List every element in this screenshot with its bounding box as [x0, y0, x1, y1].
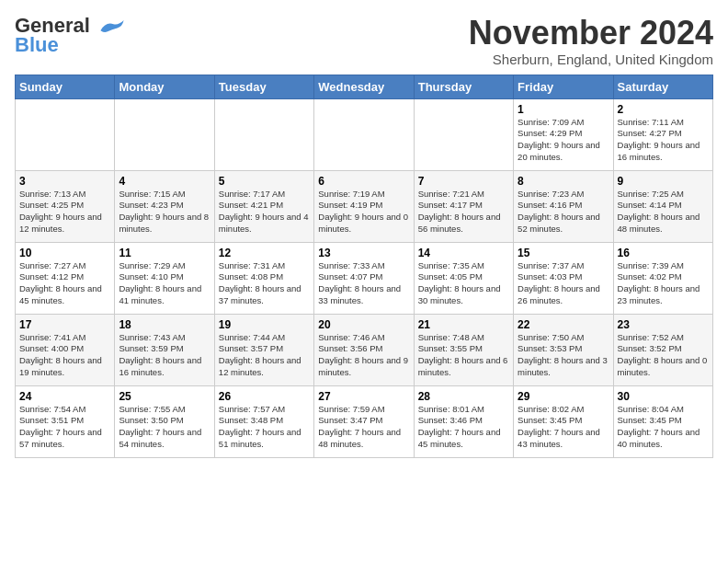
day-number: 14	[418, 247, 509, 259]
day-cell	[16, 98, 115, 170]
day-cell	[414, 98, 513, 170]
day-info: Sunrise: 7:43 AM Sunset: 3:59 PM Dayligh…	[119, 332, 210, 379]
day-number: 9	[618, 175, 709, 188]
day-number: 23	[618, 318, 709, 331]
day-info: Sunrise: 7:29 AM Sunset: 4:10 PM Dayligh…	[119, 260, 210, 307]
calendar: SundayMondayTuesdayWednesdayThursdayFrid…	[15, 75, 713, 458]
day-info: Sunrise: 7:15 AM Sunset: 4:23 PM Dayligh…	[119, 189, 210, 236]
day-cell: 18Sunrise: 7:43 AM Sunset: 3:59 PM Dayli…	[115, 314, 214, 385]
day-info: Sunrise: 7:54 AM Sunset: 3:51 PM Dayligh…	[19, 404, 110, 451]
day-info: Sunrise: 8:01 AM Sunset: 3:46 PM Dayligh…	[418, 404, 509, 451]
header-cell-monday: Monday	[115, 75, 214, 98]
day-number: 20	[318, 318, 409, 331]
day-cell: 4Sunrise: 7:15 AM Sunset: 4:23 PM Daylig…	[115, 170, 214, 242]
day-info: Sunrise: 7:19 AM Sunset: 4:19 PM Dayligh…	[318, 189, 409, 236]
day-info: Sunrise: 7:37 AM Sunset: 4:03 PM Dayligh…	[518, 260, 609, 307]
day-number: 3	[19, 175, 110, 188]
day-info: Sunrise: 7:50 AM Sunset: 3:53 PM Dayligh…	[518, 332, 609, 379]
header-cell-wednesday: Wednesday	[314, 75, 414, 98]
week-row-3: 17Sunrise: 7:41 AM Sunset: 4:00 PM Dayli…	[16, 314, 713, 385]
logo-bird-icon	[99, 18, 125, 35]
day-cell: 23Sunrise: 7:52 AM Sunset: 3:52 PM Dayli…	[613, 314, 712, 385]
day-info: Sunrise: 7:21 AM Sunset: 4:17 PM Dayligh…	[418, 189, 509, 236]
day-cell: 24Sunrise: 7:54 AM Sunset: 3:51 PM Dayli…	[16, 385, 115, 457]
day-info: Sunrise: 7:39 AM Sunset: 4:02 PM Dayligh…	[618, 260, 709, 307]
day-info: Sunrise: 7:09 AM Sunset: 4:29 PM Dayligh…	[518, 117, 609, 164]
day-info: Sunrise: 7:59 AM Sunset: 3:47 PM Dayligh…	[318, 404, 409, 451]
page: General Blue November 2024 Sherburn, Eng…	[0, 0, 728, 465]
day-cell	[115, 98, 214, 170]
day-cell: 11Sunrise: 7:29 AM Sunset: 4:10 PM Dayli…	[115, 242, 214, 314]
header-cell-tuesday: Tuesday	[214, 75, 313, 98]
logo: General Blue	[15, 15, 125, 57]
day-number: 11	[119, 247, 210, 259]
day-info: Sunrise: 7:23 AM Sunset: 4:16 PM Dayligh…	[518, 189, 609, 236]
day-number: 1	[518, 103, 609, 116]
day-number: 12	[219, 247, 310, 259]
header-cell-saturday: Saturday	[613, 75, 712, 98]
week-row-0: 1Sunrise: 7:09 AM Sunset: 4:29 PM Daylig…	[16, 98, 713, 170]
day-cell: 8Sunrise: 7:23 AM Sunset: 4:16 PM Daylig…	[514, 170, 613, 242]
day-cell: 1Sunrise: 7:09 AM Sunset: 4:29 PM Daylig…	[514, 98, 613, 170]
day-number: 7	[418, 175, 509, 188]
day-info: Sunrise: 7:48 AM Sunset: 3:55 PM Dayligh…	[418, 332, 509, 379]
day-number: 15	[518, 247, 609, 259]
day-info: Sunrise: 7:33 AM Sunset: 4:07 PM Dayligh…	[318, 260, 409, 307]
day-cell: 13Sunrise: 7:33 AM Sunset: 4:07 PM Dayli…	[314, 242, 414, 314]
day-info: Sunrise: 7:13 AM Sunset: 4:25 PM Dayligh…	[19, 189, 110, 236]
day-cell: 15Sunrise: 7:37 AM Sunset: 4:03 PM Dayli…	[514, 242, 613, 314]
day-cell: 29Sunrise: 8:02 AM Sunset: 3:45 PM Dayli…	[514, 385, 613, 457]
day-info: Sunrise: 7:46 AM Sunset: 3:56 PM Dayligh…	[318, 332, 409, 379]
day-number: 26	[219, 390, 310, 403]
day-cell: 21Sunrise: 7:48 AM Sunset: 3:55 PM Dayli…	[414, 314, 513, 385]
day-cell: 30Sunrise: 8:04 AM Sunset: 3:45 PM Dayli…	[613, 385, 712, 457]
calendar-body: 1Sunrise: 7:09 AM Sunset: 4:29 PM Daylig…	[16, 98, 713, 457]
day-cell: 28Sunrise: 8:01 AM Sunset: 3:46 PM Dayli…	[414, 385, 513, 457]
day-info: Sunrise: 7:55 AM Sunset: 3:50 PM Dayligh…	[119, 404, 210, 451]
day-cell: 5Sunrise: 7:17 AM Sunset: 4:21 PM Daylig…	[214, 170, 313, 242]
day-number: 30	[618, 390, 709, 403]
header-cell-thursday: Thursday	[414, 75, 513, 98]
day-info: Sunrise: 7:35 AM Sunset: 4:05 PM Dayligh…	[418, 260, 509, 307]
logo-blue: Blue	[15, 33, 59, 57]
day-info: Sunrise: 7:17 AM Sunset: 4:21 PM Dayligh…	[219, 189, 310, 236]
day-number: 22	[518, 318, 609, 331]
day-info: Sunrise: 7:41 AM Sunset: 4:00 PM Dayligh…	[19, 332, 110, 379]
header-cell-friday: Friday	[514, 75, 613, 98]
day-number: 2	[618, 103, 709, 116]
calendar-header: SundayMondayTuesdayWednesdayThursdayFrid…	[16, 75, 713, 98]
day-cell: 25Sunrise: 7:55 AM Sunset: 3:50 PM Dayli…	[115, 385, 214, 457]
day-number: 24	[19, 390, 110, 403]
day-cell: 3Sunrise: 7:13 AM Sunset: 4:25 PM Daylig…	[16, 170, 115, 242]
day-cell: 10Sunrise: 7:27 AM Sunset: 4:12 PM Dayli…	[16, 242, 115, 314]
week-row-1: 3Sunrise: 7:13 AM Sunset: 4:25 PM Daylig…	[16, 170, 713, 242]
day-number: 21	[418, 318, 509, 331]
day-number: 16	[618, 247, 709, 259]
day-cell: 26Sunrise: 7:57 AM Sunset: 3:48 PM Dayli…	[214, 385, 313, 457]
day-cell	[214, 98, 313, 170]
day-info: Sunrise: 8:04 AM Sunset: 3:45 PM Dayligh…	[618, 404, 709, 451]
day-number: 19	[219, 318, 310, 331]
day-cell	[314, 98, 414, 170]
day-cell: 7Sunrise: 7:21 AM Sunset: 4:17 PM Daylig…	[414, 170, 513, 242]
day-number: 17	[19, 318, 110, 331]
day-cell: 22Sunrise: 7:50 AM Sunset: 3:53 PM Dayli…	[514, 314, 613, 385]
day-number: 4	[119, 175, 210, 188]
day-number: 5	[219, 175, 310, 188]
day-info: Sunrise: 8:02 AM Sunset: 3:45 PM Dayligh…	[518, 404, 609, 451]
day-cell: 20Sunrise: 7:46 AM Sunset: 3:56 PM Dayli…	[314, 314, 414, 385]
week-row-2: 10Sunrise: 7:27 AM Sunset: 4:12 PM Dayli…	[16, 242, 713, 314]
day-cell: 14Sunrise: 7:35 AM Sunset: 4:05 PM Dayli…	[414, 242, 513, 314]
location-subtitle: Sherburn, England, United Kingdom	[469, 52, 713, 67]
day-number: 27	[318, 390, 409, 403]
day-number: 8	[518, 175, 609, 188]
day-info: Sunrise: 7:11 AM Sunset: 4:27 PM Dayligh…	[618, 117, 709, 164]
day-info: Sunrise: 7:25 AM Sunset: 4:14 PM Dayligh…	[618, 189, 709, 236]
day-number: 13	[318, 247, 409, 259]
day-cell: 2Sunrise: 7:11 AM Sunset: 4:27 PM Daylig…	[613, 98, 712, 170]
header: General Blue November 2024 Sherburn, Eng…	[15, 15, 713, 67]
day-cell: 19Sunrise: 7:44 AM Sunset: 3:57 PM Dayli…	[214, 314, 313, 385]
day-number: 18	[119, 318, 210, 331]
day-number: 28	[418, 390, 509, 403]
header-row: SundayMondayTuesdayWednesdayThursdayFrid…	[16, 75, 713, 98]
